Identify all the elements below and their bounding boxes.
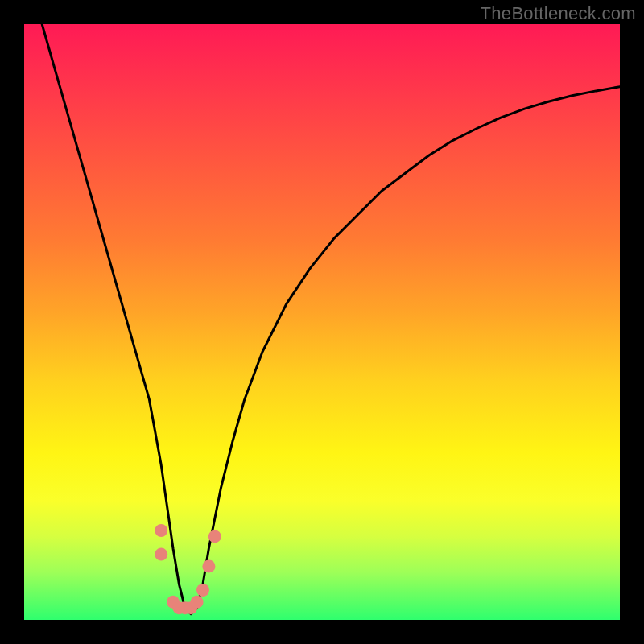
chart-svg <box>24 24 620 620</box>
bottleneck-curve-path <box>42 24 620 614</box>
trough-marker-dot <box>155 524 167 537</box>
trough-marker-dot <box>196 584 209 597</box>
trough-marker-dot <box>202 559 215 572</box>
watermark-text: TheBottleneck.com <box>481 3 636 24</box>
plot-area <box>24 24 620 620</box>
trough-marker-dot <box>191 596 204 609</box>
trough-marker-dot <box>155 548 167 561</box>
chart-frame: TheBottleneck.com <box>0 0 644 644</box>
trough-marker-dot <box>208 530 221 543</box>
